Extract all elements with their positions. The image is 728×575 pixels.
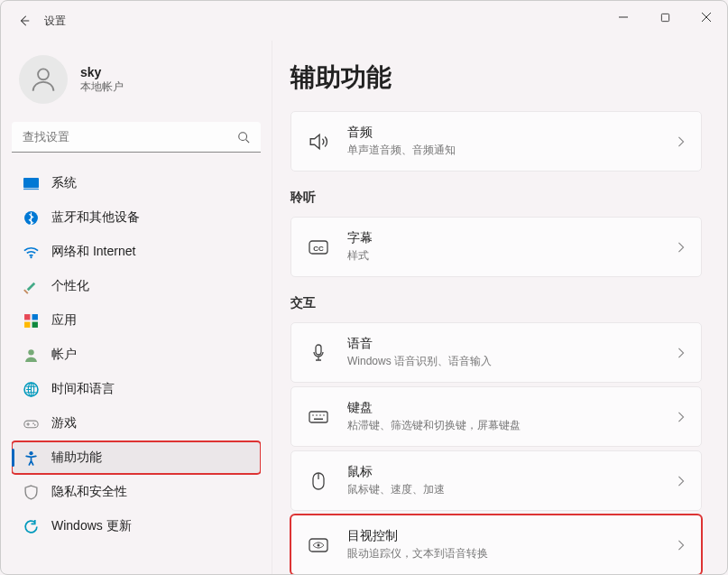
cc-icon: [308, 236, 329, 258]
card-subtitle: 粘滞键、筛选键和切换键，屏幕键盘: [347, 418, 670, 433]
card-鼠标[interactable]: 鼠标 鼠标键、速度、加速: [290, 450, 702, 511]
sidebar-item-8[interactable]: 辅助功能: [12, 441, 261, 474]
svg-point-4: [38, 69, 49, 79]
chevron-right-icon: [677, 540, 685, 551]
sidebar-item-label: 帐户: [51, 347, 77, 363]
card-title: 目视控制: [347, 528, 670, 544]
close-button[interactable]: [686, 1, 727, 33]
mic-icon: [308, 342, 329, 364]
user-section[interactable]: sky 本地帐户: [12, 41, 261, 122]
main-content: 辅助功能 音频 单声道音频、音频通知 聆听 字幕 样式 交互 语音 Window…: [272, 41, 727, 574]
keyboard-icon: [308, 406, 329, 428]
sidebar-item-label: 辅助功能: [51, 450, 102, 466]
card-语音[interactable]: 语音 Windows 语音识别、语音输入: [290, 322, 702, 383]
search-box: [12, 122, 261, 153]
chevron-right-icon: [677, 412, 685, 422]
minimize-icon: [618, 12, 629, 23]
minimize-button[interactable]: [603, 1, 644, 33]
section-header: 交互: [290, 295, 702, 311]
nav-list: 系统蓝牙和其他设备网络和 Internet个性化应用帐户时间和语言游戏辅助功能隐…: [12, 167, 261, 543]
card-title: 字幕: [347, 230, 670, 246]
titlebar: 设置: [1, 1, 727, 41]
sidebar-item-label: 网络和 Internet: [51, 244, 135, 260]
gaming-icon: [23, 415, 39, 431]
close-icon: [701, 12, 712, 23]
sidebar-item-label: 个性化: [51, 278, 89, 294]
card-subtitle: 样式: [347, 248, 670, 264]
sidebar-item-2[interactable]: 网络和 Internet: [12, 236, 261, 268]
card-键盘[interactable]: 键盘 粘滞键、筛选键和切换键，屏幕键盘: [290, 386, 702, 447]
mouse-icon: [308, 470, 329, 492]
sidebar-item-5[interactable]: 帐户: [12, 339, 261, 371]
eye-icon: [308, 534, 329, 556]
sidebar-item-10[interactable]: Windows 更新: [12, 510, 261, 543]
card-音频[interactable]: 音频 单声道音频、音频通知: [290, 111, 702, 172]
time-lang-icon: [23, 381, 39, 397]
card-title: 语音: [347, 336, 670, 352]
update-icon: [23, 518, 39, 534]
card-title: 鼠标: [347, 464, 670, 480]
audio-icon: [308, 131, 329, 153]
sidebar-item-label: Windows 更新: [51, 518, 132, 534]
account-icon: [23, 347, 39, 363]
personalize-icon: [23, 278, 39, 294]
user-sub: 本地帐户: [80, 79, 124, 95]
window-controls: [603, 1, 727, 33]
sidebar: sky 本地帐户 系统蓝牙和其他设备网络和 Internet个性化应用帐户时间和…: [1, 41, 272, 574]
card-目视控制[interactable]: 目视控制 眼动追踪仪，文本到语音转换: [290, 515, 702, 574]
page-title: 辅助功能: [290, 41, 702, 111]
search-input[interactable]: [12, 122, 261, 153]
sidebar-item-3[interactable]: 个性化: [12, 270, 261, 302]
card-subtitle: Windows 语音识别、语音输入: [347, 354, 670, 369]
sidebar-item-label: 应用: [51, 312, 77, 329]
card-title: 键盘: [347, 400, 670, 416]
wifi-icon: [23, 244, 39, 260]
accessibility-icon: [23, 450, 39, 466]
sidebar-item-label: 系统: [51, 175, 77, 191]
chevron-right-icon: [677, 242, 685, 253]
sidebar-item-9[interactable]: 隐私和安全性: [12, 476, 261, 508]
card-subtitle: 单声道音频、音频通知: [347, 143, 670, 158]
sidebar-item-label: 时间和语言: [51, 381, 115, 397]
privacy-icon: [23, 484, 39, 500]
card-subtitle: 眼动追踪仪，文本到语音转换: [347, 546, 670, 561]
apps-icon: [23, 312, 39, 329]
sidebar-item-1[interactable]: 蓝牙和其他设备: [12, 201, 261, 234]
card-字幕[interactable]: 字幕 样式: [290, 217, 702, 277]
card-title: 音频: [347, 125, 670, 141]
chevron-right-icon: [677, 348, 685, 358]
sidebar-item-label: 蓝牙和其他设备: [51, 209, 140, 226]
avatar: [19, 55, 68, 104]
sidebar-item-6[interactable]: 时间和语言: [12, 373, 261, 405]
system-icon: [23, 175, 39, 191]
sidebar-item-label: 隐私和安全性: [51, 484, 127, 500]
sidebar-item-7[interactable]: 游戏: [12, 407, 261, 440]
maximize-icon: [660, 13, 670, 23]
person-icon: [28, 64, 59, 95]
sidebar-item-4[interactable]: 应用: [12, 304, 261, 337]
card-subtitle: 鼠标键、速度、加速: [347, 482, 670, 497]
window-title: 设置: [44, 14, 66, 29]
back-arrow-icon: [18, 14, 31, 27]
user-name: sky: [80, 65, 124, 79]
bluetooth-icon: [23, 209, 39, 226]
back-button[interactable]: [8, 5, 41, 37]
section-header: 聆听: [290, 190, 702, 206]
chevron-right-icon: [677, 136, 685, 147]
sidebar-item-label: 游戏: [51, 415, 77, 431]
chevron-right-icon: [677, 476, 685, 487]
maximize-button[interactable]: [644, 1, 686, 33]
sidebar-item-0[interactable]: 系统: [12, 167, 261, 199]
svg-rect-1: [661, 14, 668, 21]
